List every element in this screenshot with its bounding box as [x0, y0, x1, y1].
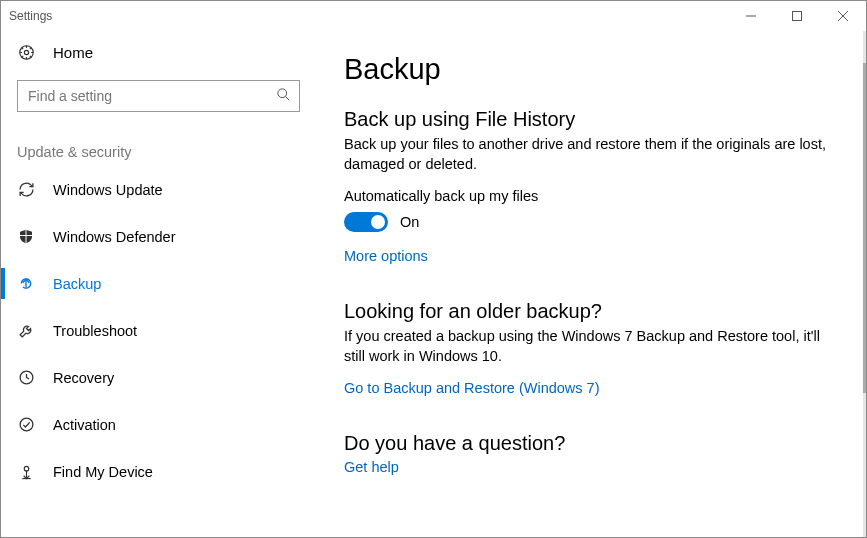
section-description: Back up your files to another drive and …	[344, 135, 826, 174]
sidebar-item-activation[interactable]: Activation	[1, 401, 316, 448]
auto-backup-toggle[interactable]	[344, 212, 388, 232]
sidebar-item-windows-update[interactable]: Windows Update	[1, 166, 316, 213]
sidebar-item-windows-defender[interactable]: Windows Defender	[1, 213, 316, 260]
home-icon	[17, 44, 35, 61]
wrench-icon	[17, 322, 35, 339]
titlebar: Settings	[1, 1, 866, 31]
sidebar-item-label: Backup	[53, 276, 101, 292]
get-help-link[interactable]: Get help	[344, 459, 399, 475]
section-description: If you created a backup using the Window…	[344, 327, 826, 366]
svg-point-10	[20, 418, 33, 431]
maximize-button[interactable]	[774, 1, 820, 31]
search-icon	[276, 87, 291, 105]
check-circle-icon	[17, 416, 35, 433]
svg-point-5	[24, 50, 28, 54]
section-heading: Looking for an older backup?	[344, 300, 826, 323]
section-help: Do you have a question? Get help	[344, 432, 826, 483]
more-options-link[interactable]: More options	[344, 248, 428, 264]
sidebar-item-recovery[interactable]: Recovery	[1, 354, 316, 401]
sidebar-item-troubleshoot[interactable]: Troubleshoot	[1, 307, 316, 354]
close-button[interactable]	[820, 1, 866, 31]
svg-point-11	[24, 466, 29, 471]
scrollbar-thumb[interactable]	[863, 63, 866, 393]
toggle-label: Automatically back up my files	[344, 188, 826, 204]
sidebar-item-label: Troubleshoot	[53, 323, 137, 339]
sidebar-item-label: Activation	[53, 417, 116, 433]
svg-rect-1	[793, 12, 802, 21]
sidebar: Home Update & security Windows Update	[1, 31, 316, 537]
toggle-state: On	[400, 214, 419, 230]
window-title: Settings	[9, 9, 728, 23]
sidebar-item-find-my-device[interactable]: Find My Device	[1, 448, 316, 495]
sidebar-item-label: Windows Update	[53, 182, 163, 198]
find-device-icon	[17, 463, 35, 480]
recovery-icon	[17, 369, 35, 386]
search-input[interactable]	[28, 88, 276, 104]
section-heading: Do you have a question?	[344, 432, 826, 455]
section-heading: Back up using File History	[344, 108, 826, 131]
sidebar-category: Update & security	[1, 116, 316, 166]
sync-icon	[17, 181, 35, 198]
search-box[interactable]	[17, 80, 300, 112]
sidebar-home[interactable]: Home	[1, 35, 316, 70]
sidebar-home-label: Home	[53, 44, 93, 61]
sidebar-item-backup[interactable]: Backup	[1, 260, 316, 307]
page-title: Backup	[344, 53, 826, 86]
minimize-button[interactable]	[728, 1, 774, 31]
svg-point-6	[278, 89, 287, 98]
main-content: Backup Back up using File History Back u…	[316, 31, 866, 537]
toggle-knob	[371, 215, 385, 229]
backup-restore-win7-link[interactable]: Go to Backup and Restore (Windows 7)	[344, 380, 599, 396]
backup-icon	[17, 275, 35, 292]
sidebar-item-label: Windows Defender	[53, 229, 176, 245]
sidebar-item-label: Find My Device	[53, 464, 153, 480]
sidebar-item-label: Recovery	[53, 370, 114, 386]
shield-icon	[17, 228, 35, 245]
section-file-history: Back up using File History Back up your …	[344, 108, 826, 272]
svg-line-7	[285, 96, 289, 100]
section-older-backup: Looking for an older backup? If you crea…	[344, 300, 826, 404]
